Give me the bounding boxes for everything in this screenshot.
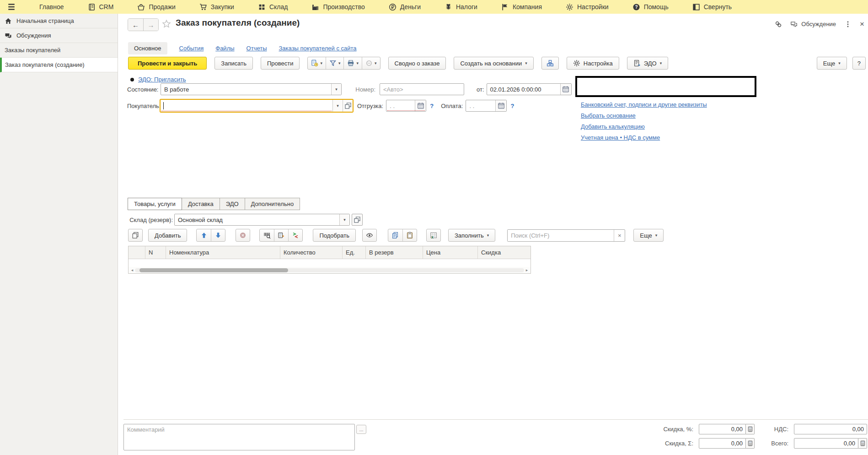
filter-menu-button[interactable]: ▾ (326, 57, 344, 69)
column-header-discount[interactable]: Скидка (478, 246, 530, 259)
column-header-nomenclature[interactable]: Номенклатура (166, 246, 280, 259)
discount-pct-input[interactable] (699, 424, 746, 434)
tab-osnovnoe[interactable]: Основное (128, 42, 167, 54)
close-icon[interactable]: × (860, 20, 864, 28)
kebab-menu-icon[interactable] (844, 21, 852, 28)
clear-search-icon[interactable]: × (614, 230, 625, 241)
create-based-on-button[interactable]: Создать на основании▾ (454, 57, 533, 70)
column-header-n[interactable]: N (145, 246, 166, 259)
comment-input[interactable] (123, 424, 355, 450)
calendar-icon[interactable] (495, 100, 506, 111)
paste-rows-button[interactable] (402, 229, 417, 241)
grid-more-button[interactable]: Еще▾ (633, 229, 664, 242)
menu-item-crm[interactable]: CRM (88, 3, 114, 11)
open-icon[interactable] (352, 214, 363, 226)
favorite-star-icon[interactable] (162, 19, 171, 28)
compare-button[interactable] (288, 229, 302, 241)
menu-item-proizvodstvo[interactable]: Производство (311, 3, 364, 11)
state-combobox[interactable]: В работе ▾ (161, 83, 342, 95)
dropdown-button[interactable]: ▾ (332, 100, 343, 112)
menu-item-sklad[interactable]: Склад (258, 3, 288, 11)
setup-button[interactable]: Настройка (567, 57, 619, 70)
forward-button[interactable]: → (143, 19, 158, 31)
post-and-close-button[interactable]: Провести и закрыть (128, 57, 207, 70)
link-icon[interactable] (775, 21, 782, 28)
payment-hint[interactable]: ? (510, 103, 514, 109)
view-button[interactable] (362, 229, 377, 242)
tab-goods-services[interactable]: Товары, услуги (128, 198, 182, 210)
shipping-hint[interactable]: ? (430, 103, 434, 109)
menu-item-glavnoe[interactable]: Главное (39, 3, 64, 11)
bank-account-link[interactable]: Банковский счет, подписи и другие реквиз… (581, 101, 767, 108)
print-menu-button[interactable]: ▾ (343, 57, 362, 69)
copy-rows-button[interactable] (388, 229, 402, 241)
dropdown-button[interactable]: ▾ (339, 214, 349, 225)
order-summary-button[interactable]: Сводно о заказе (388, 57, 446, 70)
move-up-button[interactable] (197, 229, 211, 241)
tab-edo[interactable]: ЭДО (220, 198, 245, 210)
column-header-price[interactable]: Цена (423, 246, 478, 259)
column-header-quantity[interactable]: Количество (280, 246, 343, 259)
open-icon[interactable] (343, 100, 353, 112)
write-button[interactable]: Записать (214, 57, 253, 70)
menu-item-nalogi[interactable]: Налоги (445, 3, 477, 11)
comment-expand-button[interactable]: ... (356, 425, 366, 434)
tab-fayly[interactable]: Файлы (215, 45, 234, 52)
back-button[interactable]: ← (128, 19, 143, 31)
fill-button[interactable]: Заполнить▾ (448, 229, 495, 242)
customer-input[interactable] (161, 100, 332, 112)
horizontal-scrollbar[interactable]: ◂ ▸ (129, 267, 530, 273)
move-down-button[interactable] (211, 229, 225, 241)
menu-item-zakupki[interactable]: Закупки (199, 3, 234, 11)
scrollbar-track[interactable] (135, 268, 524, 272)
choose-basis-link[interactable]: Выбрать основание (581, 112, 767, 119)
help-button[interactable]: ? (852, 57, 866, 70)
more-button[interactable]: Еще▾ (817, 57, 847, 70)
calculator-icon[interactable] (858, 438, 867, 449)
sidebar-item-customer-order-new[interactable]: Заказ покупателя (создание) (0, 58, 118, 72)
tab-sobytiya[interactable]: События (179, 45, 204, 52)
add-row-button[interactable]: Добавить (148, 229, 187, 242)
scroll-left-icon[interactable]: ◂ (129, 268, 135, 272)
column-header-reserve[interactable]: В резерв (366, 246, 423, 259)
discount-sum-input[interactable] (699, 438, 746, 449)
shipping-date-field[interactable]: . . (386, 100, 426, 112)
total-input[interactable] (794, 438, 858, 449)
data-terminal-button[interactable] (274, 229, 288, 241)
edo-menu-button[interactable]: ЭДО▾ (627, 57, 668, 70)
calendar-icon[interactable] (560, 84, 571, 95)
menu-item-kompaniya[interactable]: Компания (501, 3, 542, 11)
sidebar-item-customer-orders[interactable]: Заказы покупателей (0, 43, 118, 58)
sidebar-item-discussions[interactable]: Обсуждения (0, 28, 118, 43)
dropdown-button[interactable]: ▾ (331, 84, 341, 95)
tab-zakazy-s-sayta[interactable]: Заказы покупателей с сайта (279, 45, 357, 52)
calendar-icon[interactable] (415, 100, 426, 111)
price-vat-link[interactable]: Учетная цена • НДС в сумме (581, 134, 767, 141)
main-menu-button[interactable] (7, 3, 16, 11)
post-document-menu-button[interactable]: ▾ (308, 57, 326, 69)
barcode-scan-button[interactable] (260, 229, 274, 241)
menu-item-pomosch[interactable]: Помощь (632, 3, 669, 11)
customer-combobox[interactable]: ▾ (160, 99, 354, 113)
post-button[interactable]: Провести (261, 57, 300, 70)
menu-item-dengi[interactable]: Деньги (389, 3, 421, 11)
edo-invite-link[interactable]: ЭДО: Пригласить (138, 76, 186, 83)
tab-additional[interactable]: Дополнительно (245, 198, 300, 210)
status-menu-button[interactable]: ▾ (362, 57, 380, 69)
tab-delivery[interactable]: Доставка (182, 198, 220, 210)
menu-item-prodazhi[interactable]: Продажи (137, 3, 175, 11)
payment-date-field[interactable]: . . (466, 100, 507, 112)
date-field[interactable]: 02.01.2026 0:00:00 (487, 83, 572, 95)
sidebar-item-home[interactable]: Начальная страница (0, 14, 118, 28)
add-calculation-link[interactable]: Добавить калькуляцию (581, 123, 767, 130)
grid-body-empty[interactable] (129, 259, 530, 267)
scroll-right-icon[interactable]: ▸ (524, 268, 530, 272)
vat-input[interactable] (794, 424, 867, 434)
scrollbar-thumb[interactable] (139, 268, 288, 272)
multi-select-button[interactable] (128, 229, 143, 242)
import-spreadsheet-button[interactable] (426, 229, 441, 242)
warehouse-combobox[interactable]: Основной склад ▾ (174, 214, 350, 226)
discussion-button[interactable]: Обсуждение (790, 21, 836, 28)
calculator-icon[interactable] (746, 424, 755, 434)
column-header-unit[interactable]: Ед. (343, 246, 366, 259)
